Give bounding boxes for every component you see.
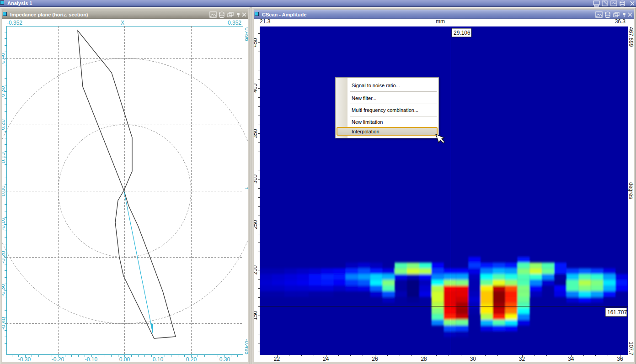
svg-text:450: 450 [254,38,258,47]
svg-text:26: 26 [372,356,378,362]
svg-text:0.30: 0.30 [2,86,6,97]
svg-text:300: 300 [254,174,258,184]
svg-text:107.7: 107.7 [628,342,634,355]
svg-text:-0.352: -0.352 [7,20,22,26]
svg-text:28: 28 [421,356,427,362]
svg-text:-0.20: -0.20 [2,251,6,264]
svg-text:Y: Y [244,186,248,190]
svg-text:-0.10: -0.10 [2,218,6,231]
svg-text:X: X [121,20,124,26]
svg-text:0.496: 0.496 [244,27,248,41]
svg-text:0.40: 0.40 [2,53,6,64]
svg-text:250: 250 [254,220,258,229]
svg-text:0.00: 0.00 [2,185,6,196]
svg-text:-0.10: -0.10 [85,356,98,362]
svg-text:degrés: degrés [628,182,634,199]
svg-text:0.10: 0.10 [2,152,6,163]
svg-text:0.10: 0.10 [153,356,164,362]
svg-text:161.707: 161.707 [607,309,627,316]
svg-text:34: 34 [568,356,574,362]
svg-text:22: 22 [274,356,280,362]
svg-text:36: 36 [617,356,623,362]
svg-text:-0.40: -0.40 [2,317,6,330]
svg-text:0.20: 0.20 [2,119,6,130]
svg-text:350: 350 [254,129,258,138]
svg-text:150: 150 [254,311,258,320]
svg-text:0.352: 0.352 [228,20,241,26]
svg-text:0.20: 0.20 [186,356,197,362]
svg-text:200: 200 [254,265,258,274]
svg-text:24: 24 [323,356,329,362]
svg-text:-0.30: -0.30 [18,356,31,362]
svg-text:467.699: 467.699 [628,27,634,47]
svg-text:-0.30: -0.30 [2,284,6,297]
svg-text:-0.20: -0.20 [52,356,64,362]
svg-text:mm: mm [436,19,445,25]
svg-text:29.106: 29.106 [454,30,470,36]
svg-text:0.00: 0.00 [119,356,130,362]
svg-text:32: 32 [519,356,525,362]
svg-text:36.3: 36.3 [615,19,626,25]
svg-text:0.30: 0.30 [219,356,230,362]
svg-text:30: 30 [470,356,476,362]
svg-text:-0.496: -0.496 [244,339,248,354]
svg-text:21.3: 21.3 [260,19,271,25]
svg-text:400: 400 [254,84,258,93]
